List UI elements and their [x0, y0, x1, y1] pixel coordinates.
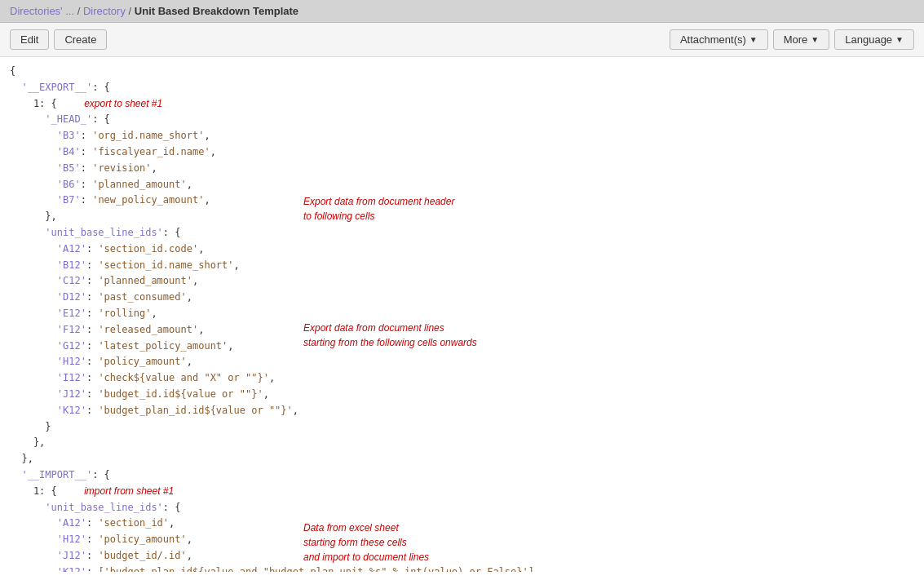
breadcrumb: Directories' ... / Directory / Unit Base… [10, 5, 298, 17]
code-block: { '__EXPORT__': { 1: { export to sheet #… [10, 64, 914, 572]
breadcrumb-directories[interactable]: Directories' ... [10, 5, 74, 17]
annotation-import-data: Data from excel sheetstarting form these… [303, 520, 564, 565]
breadcrumb-directory[interactable]: Directory [83, 5, 126, 17]
breadcrumb-sep1: / [77, 5, 83, 17]
more-arrow-icon: ▼ [811, 35, 819, 44]
language-arrow-icon: ▼ [895, 35, 904, 44]
annotation-export-header: Export data from document headerto follo… [303, 194, 548, 224]
more-label: More [784, 33, 808, 46]
language-button[interactable]: Language ▼ [834, 29, 914, 50]
annotation-export-lines: Export data from document linesstarting … [303, 321, 589, 350]
breadcrumb-current: Unit Based Breakdown Template [135, 5, 298, 17]
attachment-label: Attachment(s) [680, 33, 746, 46]
breadcrumb-sep2: / [129, 5, 135, 17]
create-button[interactable]: Create [54, 29, 107, 50]
toolbar: Edit Create Attachment(s) ▼ More ▼ Langu… [0, 23, 924, 57]
toolbar-left: Edit Create [10, 29, 107, 50]
language-label: Language [845, 33, 892, 46]
edit-button[interactable]: Edit [10, 29, 49, 50]
attachment-button[interactable]: Attachment(s) ▼ [670, 29, 768, 50]
more-button[interactable]: More ▼ [773, 29, 830, 50]
top-bar: Directories' ... / Directory / Unit Base… [0, 0, 924, 23]
code-pre: { '__EXPORT__': { 1: { export to sheet #… [10, 64, 914, 572]
attachment-arrow-icon: ▼ [749, 35, 758, 44]
toolbar-right: Attachment(s) ▼ More ▼ Language ▼ [670, 29, 914, 50]
content-area: { '__EXPORT__': { 1: { export to sheet #… [0, 57, 924, 572]
